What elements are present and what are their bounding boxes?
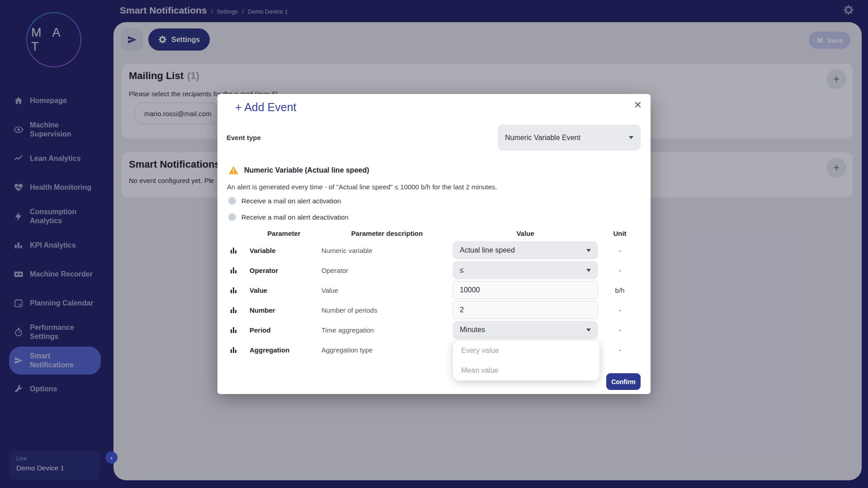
- bar-chart-icon: [230, 346, 238, 354]
- bar-chart-icon: [230, 246, 238, 254]
- close-icon[interactable]: ×: [634, 99, 642, 111]
- dropdown-option-mean-value[interactable]: Mean value: [453, 361, 599, 380]
- bar-chart-icon: [230, 286, 238, 294]
- radio-alert-deactivation[interactable]: Receive a mail on alert deactivation: [228, 213, 349, 221]
- warning-icon: [228, 165, 239, 175]
- table-row-period: Period Time aggregation Minutes -: [226, 320, 642, 340]
- value-input[interactable]: 10000: [453, 281, 598, 299]
- alert-description: An alert is generated every time - of "A…: [227, 183, 497, 191]
- event-type-select[interactable]: Numeric Variable Event: [498, 125, 641, 150]
- confirm-button[interactable]: Confirm: [606, 373, 641, 390]
- table-row-variable: Variable Numeric variable Actual line sp…: [226, 240, 642, 260]
- event-type-label: Event type: [226, 134, 261, 141]
- add-event-modal: + Add Event × Event type Numeric Variabl…: [217, 94, 651, 394]
- radio-icon: [228, 213, 236, 221]
- caret-down-icon: [629, 136, 633, 139]
- period-select[interactable]: Minutes: [453, 321, 598, 339]
- radio-icon: [228, 197, 236, 205]
- operator-select[interactable]: ≤: [453, 261, 598, 279]
- bar-chart-icon: [230, 306, 238, 314]
- parameter-table: Parameter Parameter description Value Un…: [226, 226, 642, 360]
- caret-down-icon: [586, 269, 591, 272]
- warning-title: Numeric Variable (Actual line speed): [244, 166, 369, 174]
- table-row-operator: Operator Operator ≤ -: [226, 260, 642, 280]
- caret-down-icon: [586, 328, 591, 332]
- number-input[interactable]: 2: [453, 301, 598, 319]
- modal-title: + Add Event: [235, 101, 297, 114]
- caret-down-icon: [586, 249, 591, 252]
- warning-row: Numeric Variable (Actual line speed): [228, 165, 369, 175]
- radio-alert-activation[interactable]: Receive a mail on alert activation: [228, 197, 341, 205]
- table-row-value: Value Value 10000 b/h: [226, 280, 642, 300]
- variable-select[interactable]: Actual line speed: [453, 241, 598, 259]
- aggregation-dropdown: Every value Mean value: [453, 341, 599, 380]
- table-row-number: Number Number of periods 2 -: [226, 300, 642, 320]
- table-header-row: Parameter Parameter description Value Un…: [226, 226, 642, 240]
- bar-chart-icon: [230, 326, 238, 334]
- dropdown-option-every-value[interactable]: Every value: [453, 341, 599, 361]
- bar-chart-icon: [230, 266, 238, 274]
